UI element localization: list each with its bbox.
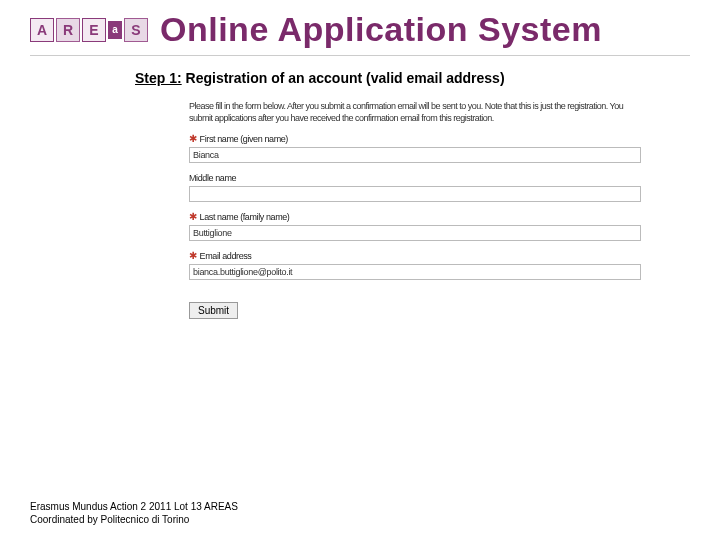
- divider: [30, 55, 690, 56]
- middle-name-label: Middle name: [189, 173, 236, 183]
- areas-logo: A R E a S: [30, 18, 148, 42]
- logo-letter: a: [108, 21, 122, 39]
- form-intro-text: Please fill in the form below. After you…: [189, 100, 641, 124]
- submit-row: Submit: [189, 302, 641, 319]
- field-last-name: ✱ Last name (family name): [189, 212, 641, 241]
- required-icon: ✱: [189, 251, 197, 261]
- required-icon: ✱: [189, 134, 197, 144]
- field-email: ✱ Email address: [189, 251, 641, 280]
- footer-line2: Coordinated by Politecnico di Torino: [30, 513, 238, 526]
- last-name-label: Last name (family name): [200, 212, 290, 222]
- first-name-label: First name (given name): [200, 134, 288, 144]
- email-input[interactable]: [189, 264, 641, 280]
- required-icon: ✱: [189, 212, 197, 222]
- slide: A R E a S Online Application System Step…: [0, 0, 720, 540]
- submit-button[interactable]: Submit: [189, 302, 238, 319]
- footer-line1: Erasmus Mundus Action 2 2011 Lot 13 AREA…: [30, 500, 238, 513]
- field-first-name: ✱ First name (given name): [189, 134, 641, 163]
- step-heading: Step 1: Registration of an account (vali…: [135, 70, 690, 86]
- last-name-input[interactable]: [189, 225, 641, 241]
- logo-letter: R: [56, 18, 80, 42]
- logo-letter: S: [124, 18, 148, 42]
- logo-letter: E: [82, 18, 106, 42]
- page-title: Online Application System: [160, 10, 602, 49]
- registration-form-screenshot: Please fill in the form below. After you…: [175, 90, 655, 333]
- email-label: Email address: [200, 251, 252, 261]
- footer: Erasmus Mundus Action 2 2011 Lot 13 AREA…: [30, 500, 238, 526]
- first-name-input[interactable]: [189, 147, 641, 163]
- logo-letter: A: [30, 18, 54, 42]
- step-label: Step 1:: [135, 70, 182, 86]
- middle-name-input[interactable]: [189, 186, 641, 202]
- step-text: Registration of an account (valid email …: [186, 70, 505, 86]
- field-middle-name: Middle name: [189, 173, 641, 202]
- header: A R E a S Online Application System: [30, 10, 690, 49]
